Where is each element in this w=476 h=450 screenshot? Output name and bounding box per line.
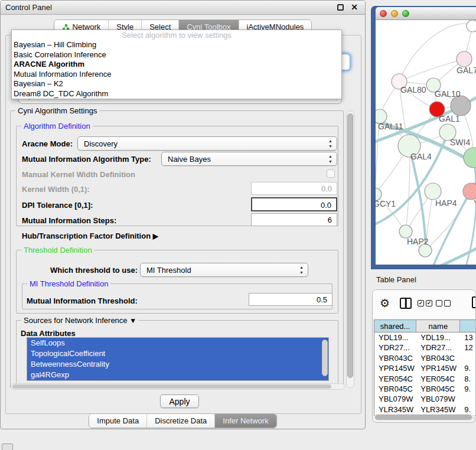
table-panel-card: ⚙ ✓ ✓ shared... name YDL19...YDL19...13Y… xyxy=(372,289,476,423)
hub-definition-label: Hub/Transcription Factor Definition xyxy=(22,231,151,240)
network-node[interactable] xyxy=(457,51,472,67)
sources-title-text: Sources for Network Inference xyxy=(24,316,128,325)
node-table: shared... name YDL19...YDL19...13YDR27..… xyxy=(374,319,476,416)
mi-steps-label: Mutual Information Steps: xyxy=(22,216,116,225)
list-item-betweennesscentrality[interactable]: BetweennessCentrality xyxy=(27,359,328,370)
network-node[interactable] xyxy=(451,96,471,116)
popup-item-basic-correlation[interactable]: Basic Correlation Inference xyxy=(12,50,341,60)
apply-button[interactable]: Apply xyxy=(160,394,199,408)
settings-hscroll-thumb[interactable] xyxy=(12,384,331,389)
network-node-label: GAL10 xyxy=(435,89,461,99)
mi-threshold-definition-title: MI Threshold Definition xyxy=(27,279,110,288)
algorithm-dropdown-popup: Select algorithm to view settings Bayesi… xyxy=(11,30,342,99)
zoom-traffic-light-icon[interactable] xyxy=(402,10,409,17)
list-item-topologicalcoefficient[interactable]: TopologicalCoefficient xyxy=(27,348,328,359)
mi-type-label: Mutual Information Algorithm Type: xyxy=(22,155,151,164)
tab-label: Discretize Data xyxy=(155,416,207,425)
popup-item-mutual-information[interactable]: Mutual Information Inference xyxy=(12,70,341,80)
mi-threshold-field[interactable]: 0.5 xyxy=(249,293,332,306)
tab-impute-data[interactable]: Impute Data xyxy=(89,414,146,428)
manual-kernel-label: Manual Kernel Width Definition xyxy=(22,170,135,179)
aracne-mode-label: Aracne Mode: xyxy=(22,139,73,148)
network-view-window: GAL7GAL80GAL10GAL1GAL11SWI4GAL4GCY1HAP4Y… xyxy=(371,6,476,269)
network-node[interactable] xyxy=(463,183,476,200)
tab-discretize-data[interactable]: Discretize Data xyxy=(146,414,214,428)
table-row[interactable]: YPR145WYPR145W9. xyxy=(374,363,476,373)
network-node[interactable] xyxy=(464,148,476,168)
data-attributes-label: Data Attributes xyxy=(21,329,76,338)
dpi-tolerance-field[interactable]: 0.0 xyxy=(251,197,337,211)
table-cell: 8. xyxy=(460,374,476,384)
combo-arrows-icon: ▲▼ xyxy=(299,265,304,275)
network-node[interactable] xyxy=(425,183,441,200)
document-icon[interactable] xyxy=(472,296,476,308)
checked-checkbox-icon[interactable]: ✓ xyxy=(426,300,432,306)
manual-kernel-checkbox[interactable] xyxy=(327,169,335,178)
kernel-width-field[interactable]: 0.0 xyxy=(251,182,337,195)
unchecked-checkbox-icon[interactable] xyxy=(436,300,442,306)
table-horizontal-scrollbar[interactable] xyxy=(374,414,475,421)
mi-threshold-value: 0.5 xyxy=(317,295,327,304)
settings-horizontal-scrollbar[interactable] xyxy=(11,383,345,390)
network-node[interactable] xyxy=(399,225,412,238)
table-cell: YLR345W xyxy=(416,405,460,415)
minimized-window-icon[interactable] xyxy=(2,444,13,450)
which-threshold-label: Which threshold to use: xyxy=(50,266,138,275)
column-header-clipped[interactable] xyxy=(460,320,476,332)
network-node-label: GAL1 xyxy=(439,114,460,123)
aracne-mode-combo[interactable]: Discovery ▲▼ xyxy=(77,136,337,151)
dpi-tolerance-label: DPI Tolerance [0,1]: xyxy=(22,201,93,210)
close-icon[interactable]: ✕ xyxy=(351,2,358,12)
table-row[interactable]: YER054CYER054C8. xyxy=(374,374,476,384)
which-threshold-value: MI Threshold xyxy=(146,266,191,275)
list-item-selfloops[interactable]: SelfLoops xyxy=(27,338,328,348)
popup-item-bayesian-hill-climbing[interactable]: Bayesian – Hill Climbing xyxy=(12,40,341,50)
popup-item-dream8[interactable]: Dream8 DC_TDC Algorithm xyxy=(12,89,341,99)
mi-type-combo[interactable]: Naive Bayes ▲▼ xyxy=(161,152,337,166)
network-node[interactable] xyxy=(467,20,476,32)
float-window-icon[interactable] xyxy=(337,4,344,11)
table-cell: YER054C xyxy=(374,374,416,384)
table-cell: YBL079W xyxy=(416,394,460,404)
minimize-traffic-light-icon[interactable] xyxy=(391,10,398,17)
table-row[interactable]: YBL079WYBL079W xyxy=(374,394,476,404)
unchecked-checkbox-icon[interactable] xyxy=(444,300,451,306)
popup-item-bayesian-k2[interactable]: Bayesian – K2 xyxy=(12,79,341,89)
hub-definition-toggle[interactable]: Hub/Transcription Factor Definition ▶ xyxy=(22,231,158,240)
gear-icon[interactable]: ⚙ xyxy=(380,296,390,310)
sources-group-title[interactable]: Sources for Network Inference ▼ xyxy=(21,316,139,325)
table-cell: 12 xyxy=(460,343,476,353)
which-threshold-combo[interactable]: MI Threshold ▲▼ xyxy=(140,263,308,277)
table-row[interactable]: YDR27...YDR27...12 xyxy=(374,343,476,353)
table-cell: YPR145W xyxy=(416,363,460,373)
table-row[interactable]: YLR345WYLR345W9. xyxy=(374,405,476,415)
settings-group-title: Cyni Algorithm Settings xyxy=(15,106,99,115)
app-root: Control Panel ✕ Network Style Sel xyxy=(0,0,476,450)
network-node-label: GAL4 xyxy=(410,152,432,161)
settings-vscroll-thumb[interactable] xyxy=(347,113,353,378)
column-header-shared-name[interactable]: shared... xyxy=(374,320,416,332)
columns-icon[interactable] xyxy=(400,298,412,309)
network-window-titlebar[interactable] xyxy=(376,7,476,20)
bottom-tab-row: Impute Data Discretize Data Infer Networ… xyxy=(1,413,365,428)
mi-steps-field[interactable]: 6 xyxy=(251,213,337,226)
network-node-label: GAL7 xyxy=(457,66,476,75)
table-row[interactable]: YDL19...YDL19...13 xyxy=(374,332,476,343)
checked-checkbox-icon[interactable]: ✓ xyxy=(418,300,424,306)
table-row[interactable]: YBR045CYBR045C9. xyxy=(374,384,476,394)
popup-item-aracne[interactable]: ARACNE Algorithm xyxy=(12,60,341,70)
table-cell: 9. xyxy=(460,363,476,373)
table-cell: YBR045C xyxy=(416,384,460,394)
settings-vertical-scrollbar[interactable] xyxy=(346,110,354,388)
control-panel-titlebar[interactable]: Control Panel ✕ xyxy=(1,1,365,15)
list-item-gal4rgexp[interactable]: gal4RGexp xyxy=(27,370,328,380)
table-cell: 9. xyxy=(460,384,476,394)
table-hscroll-thumb[interactable] xyxy=(375,415,472,420)
mi-threshold-label: Mutual Information Threshold: xyxy=(27,296,138,305)
network-canvas[interactable]: GAL7GAL80GAL10GAL1GAL11SWI4GAL4GCY1HAP4Y… xyxy=(376,20,476,265)
list-scrollbar-thumb[interactable] xyxy=(322,340,328,376)
table-row[interactable]: YBR043CYBR043C xyxy=(374,353,476,363)
tab-infer-network[interactable]: Infer Network xyxy=(214,414,276,428)
column-header-name[interactable]: name xyxy=(416,320,460,332)
close-traffic-light-icon[interactable] xyxy=(380,10,387,17)
